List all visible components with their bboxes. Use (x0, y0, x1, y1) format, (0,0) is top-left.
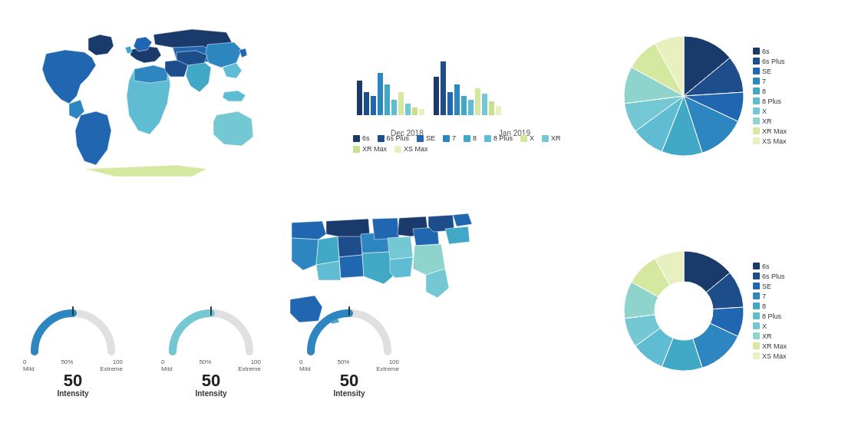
svg-rect-10 (434, 77, 439, 115)
gauge-2-percent: 50% (199, 359, 211, 365)
gauge-3-svg (299, 299, 399, 357)
gauge-3-extreme: Extreme (376, 365, 399, 372)
gauge-1-mild: Mild (23, 365, 35, 372)
svg-rect-6 (398, 92, 404, 115)
donut-legend-item: XR Max (753, 342, 787, 350)
pie-legend-item: 8 (753, 88, 787, 95)
legend-item: 6s (353, 134, 370, 142)
donut-legend-item: 8 (753, 302, 787, 310)
svg-rect-2 (371, 96, 376, 115)
svg-rect-18 (489, 101, 494, 115)
legend-item: 7 (443, 134, 456, 142)
donut-legend-item: 7 (753, 292, 787, 300)
gauge-1-percent: 50% (61, 359, 73, 365)
svg-rect-11 (441, 61, 446, 115)
donut-legend-item: X (753, 322, 787, 330)
gauge-2-svg (161, 299, 261, 357)
donut-legend-item: 8 Plus (753, 312, 787, 320)
donut-legend: 6s6s PlusSE788 PlusXXRXR MaxXS Max (753, 263, 787, 360)
legend-item: XR (542, 134, 561, 142)
svg-rect-13 (454, 84, 460, 115)
svg-rect-15 (468, 100, 474, 115)
gauge-3-min: 0 (299, 359, 311, 365)
gauge-1-svg (23, 299, 123, 357)
svg-rect-12 (447, 92, 453, 115)
gauge-3-mild: Mild (299, 365, 311, 372)
pie-legend-item: XR Max (753, 127, 787, 135)
gauge-2-min: 0 (161, 359, 173, 365)
svg-rect-3 (378, 73, 383, 115)
donut-legend-item: XR (753, 332, 787, 340)
svg-rect-8 (412, 107, 417, 115)
svg-rect-9 (419, 109, 424, 115)
gauge-3-title: Intensity (333, 389, 365, 398)
legend-item: 6s Plus (378, 134, 410, 142)
donut-legend-item: SE (753, 283, 787, 290)
dashboard: Dec 2018 Jan 2019 6s6s PlusSE788 PlusXXR… (0, 0, 868, 423)
pie-legend-item: XS Max (753, 137, 787, 145)
pie-legend-item: 7 (753, 78, 787, 85)
bar-chart: Dec 2018 Jan 2019 6s6s PlusSE788 PlusXXR… (353, 15, 568, 154)
gauge-1-max: 100 (100, 359, 123, 365)
bar-chart-legend: 6s6s PlusSE788 PlusXXRXR MaxXS Max (353, 134, 568, 153)
svg-rect-16 (475, 88, 480, 115)
pie-legend-item: 6s Plus (753, 58, 787, 65)
world-map (23, 15, 261, 192)
gauge-1-title: Intensity (57, 389, 88, 398)
gauge-1-value: 50 (64, 372, 82, 389)
svg-rect-7 (405, 104, 411, 115)
svg-rect-19 (496, 106, 501, 115)
legend-item: SE (417, 134, 435, 142)
gauge-2-title: Intensity (195, 389, 226, 398)
legend-item: XS Max (394, 145, 428, 153)
donut-legend-item: XS Max (753, 352, 787, 360)
svg-rect-1 (364, 92, 369, 115)
svg-rect-17 (482, 94, 487, 115)
gauge-2-extreme: Extreme (238, 365, 261, 372)
pie-legend-item: 6s (753, 48, 787, 55)
gauge-2-max: 100 (238, 359, 261, 365)
legend-item: 8 (464, 134, 477, 142)
svg-rect-5 (391, 100, 397, 115)
gauge-2-mild: Mild (161, 365, 173, 372)
svg-rect-4 (384, 84, 390, 115)
pie-legend-item: SE (753, 68, 787, 75)
gauge-3-value: 50 (340, 372, 358, 389)
gauge-1: 0 Mild 50% 100 Extreme 50 Intensity (23, 299, 123, 398)
gauge-3-max: 100 (376, 359, 399, 365)
legend-item: 8 Plus (484, 134, 513, 142)
gauge-2-value: 50 (202, 372, 220, 389)
gauge-3-percent: 50% (337, 359, 349, 365)
gauges-container: 0 Mild 50% 100 Extreme 50 Intensity (23, 299, 399, 398)
pie-legend-item: X (753, 107, 787, 115)
donut-chart: 6s6s PlusSE788 PlusXXRXR MaxXS Max (622, 223, 837, 399)
pie-legend-item: XR (753, 117, 787, 125)
gauge-3: 0 Mild 50% 100 Extreme 50 Intensity (299, 299, 399, 398)
pie-legend-item: 8 Plus (753, 97, 787, 105)
donut-legend-item: 6s Plus (753, 273, 787, 280)
gauge-1-extreme: Extreme (100, 365, 123, 372)
pie-chart: 6s6s PlusSE788 PlusXXRXR MaxXS Max (622, 8, 837, 184)
pie-legend: 6s6s PlusSE788 PlusXXRXR MaxXS Max (753, 48, 787, 145)
gauge-2: 0 Mild 50% 100 Extreme 50 Intensity (161, 299, 261, 398)
svg-rect-0 (357, 81, 362, 115)
gauge-1-min: 0 (23, 359, 35, 365)
svg-rect-14 (461, 96, 467, 115)
donut-legend-item: 6s (753, 263, 787, 270)
legend-item: XR Max (353, 145, 387, 153)
legend-item: X (520, 134, 534, 142)
